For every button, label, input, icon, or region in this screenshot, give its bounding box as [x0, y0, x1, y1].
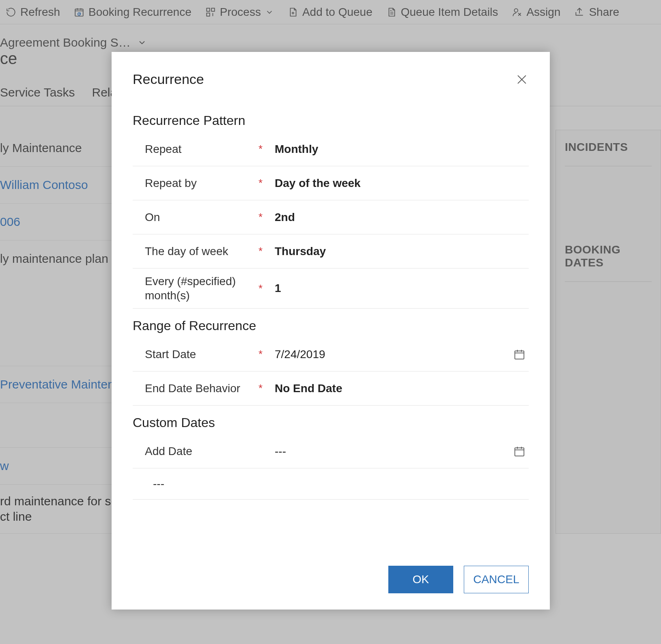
value-end-behavior[interactable]: No End Date	[267, 382, 529, 395]
required-star: *	[254, 282, 267, 295]
value-day-of-week[interactable]: Thursday	[267, 245, 529, 258]
svg-rect-6	[515, 448, 524, 456]
section-recurrence-pattern: Recurrence Pattern	[133, 113, 529, 128]
label-day-of-week: The day of week	[133, 244, 254, 258]
calendar-icon[interactable]	[513, 445, 525, 457]
required-star: *	[254, 382, 267, 395]
row-repeat-by[interactable]: Repeat by * Day of the week	[133, 166, 529, 200]
required-star: *	[254, 348, 267, 361]
add-date-text: ---	[275, 445, 286, 458]
required-star: *	[254, 177, 267, 189]
svg-rect-5	[515, 351, 524, 359]
close-button[interactable]	[515, 73, 529, 86]
row-start-date[interactable]: Start Date * 7/24/2019	[133, 337, 529, 371]
row-on[interactable]: On * 2nd	[133, 200, 529, 234]
label-start-date: Start Date	[133, 347, 254, 361]
dialog-title: Recurrence	[133, 71, 204, 87]
row-day-of-week[interactable]: The day of week * Thursday	[133, 234, 529, 268]
value-on[interactable]: 2nd	[267, 211, 529, 224]
label-on: On	[133, 210, 254, 224]
value-repeat[interactable]: Monthly	[267, 143, 529, 156]
value-every-months[interactable]: 1	[267, 282, 529, 295]
start-date-text: 7/24/2019	[275, 348, 325, 361]
calendar-icon[interactable]	[513, 348, 525, 361]
section-range: Range of Recurrence	[133, 318, 529, 333]
close-icon	[515, 73, 529, 86]
recurrence-dialog: Recurrence Recurrence Pattern Repeat * M…	[112, 52, 550, 610]
row-end-behavior[interactable]: End Date Behavior * No End Date	[133, 371, 529, 406]
value-start-date[interactable]: 7/24/2019	[267, 348, 529, 361]
cancel-button[interactable]: CANCEL	[464, 566, 529, 593]
row-every-months[interactable]: Every (#specified) month(s) * 1	[133, 268, 529, 309]
label-every-months: Every (#specified) month(s)	[133, 274, 254, 303]
label-add-date: Add Date	[133, 444, 254, 458]
ok-button[interactable]: OK	[388, 566, 453, 593]
value-repeat-by[interactable]: Day of the week	[267, 177, 529, 190]
value-add-date[interactable]: ---	[267, 445, 529, 458]
dialog-footer: OK CANCEL	[133, 554, 529, 593]
row-add-date[interactable]: Add Date ---	[133, 434, 529, 468]
row-repeat[interactable]: Repeat * Monthly	[133, 132, 529, 166]
custom-date-entry: ---	[133, 468, 529, 500]
required-star: *	[254, 211, 267, 223]
label-end-behavior: End Date Behavior	[133, 381, 254, 395]
label-repeat: Repeat	[133, 142, 254, 156]
required-star: *	[254, 245, 267, 258]
required-star: *	[254, 143, 267, 155]
label-repeat-by: Repeat by	[133, 176, 254, 190]
section-custom-dates: Custom Dates	[133, 415, 529, 430]
